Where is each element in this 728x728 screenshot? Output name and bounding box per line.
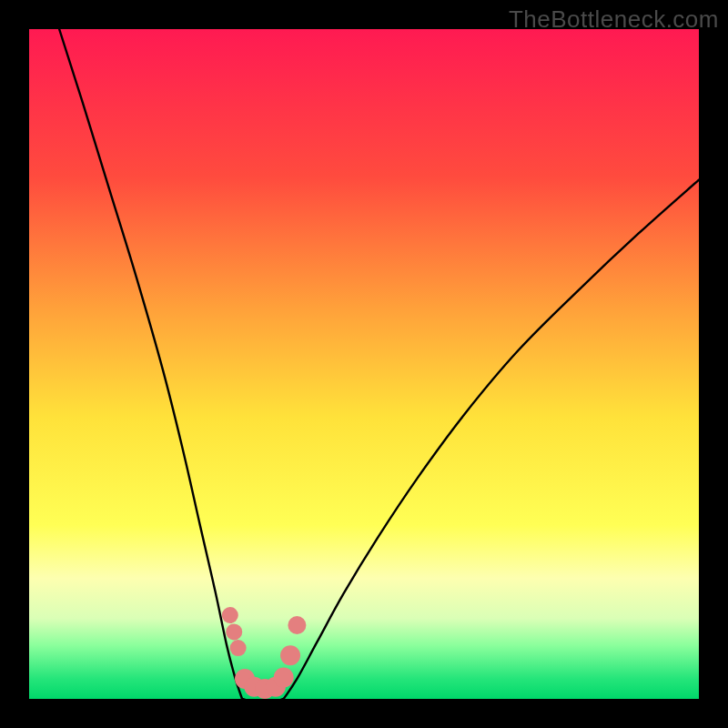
- chart-frame: TheBottleneck.com: [0, 0, 728, 728]
- marker-dot: [288, 616, 306, 634]
- plot-area: [29, 29, 699, 699]
- marker-dot: [222, 607, 238, 623]
- marker-dot: [226, 623, 242, 640]
- watermark-text: TheBottleneck.com: [509, 5, 719, 34]
- marker-dot: [230, 640, 247, 656]
- gradient-background: [29, 29, 699, 699]
- marker-dot: [280, 645, 300, 665]
- marker-dot: [274, 667, 294, 687]
- chart-svg: [29, 29, 699, 699]
